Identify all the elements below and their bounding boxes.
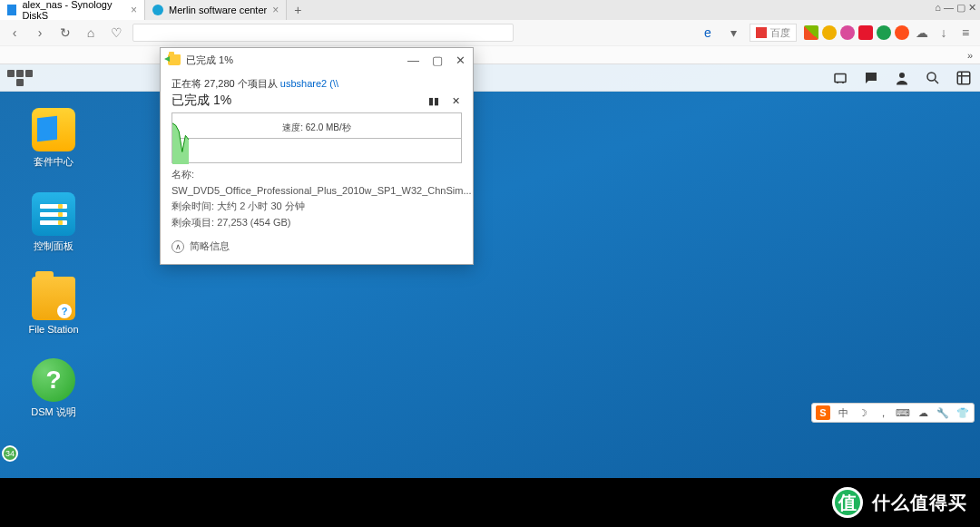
dialog-body: 正在将 27,280 个项目从 usbshare2 (\\ 已完成 1% ▮▮ … (161, 72, 473, 264)
dialog-titlebar[interactable]: 已完成 1% — ▢ ✕ (161, 48, 473, 72)
name-value: SW_DVD5_Office_Professional_Plus_2010w_S… (172, 185, 472, 196)
new-tab-button[interactable]: + (287, 3, 309, 17)
search-box[interactable]: 百度 (750, 24, 797, 42)
moon-icon[interactable]: ☽ (856, 405, 870, 420)
search-placeholder: 百度 (770, 26, 790, 40)
browser-toolbar: ‹ › ↻ ⌂ ♡ e ▾ 百度 ☁ ↓ ≡ (0, 20, 980, 45)
ie-icon[interactable]: e (699, 24, 717, 42)
skin-icon[interactable]: 👕 (956, 405, 970, 420)
baidu-icon (756, 27, 767, 38)
icon-label: DSM 说明 (31, 405, 76, 419)
address-bar[interactable] (132, 24, 514, 42)
copy-source-link[interactable]: usbshare2 (\\ (280, 78, 338, 89)
notification-badge[interactable]: 34 (2, 445, 18, 462)
question-icon: ? (32, 358, 75, 402)
svg-point-1 (899, 73, 905, 78)
svg-point-2 (927, 73, 936, 81)
dsm-taskbar (0, 64, 980, 92)
items-label: 剩余项目: (172, 217, 217, 228)
tab-label: alex_nas - Synology DiskS (22, 0, 125, 21)
ime-toolbar[interactable]: S 中 ☽ ， ⌨ ☁ 🔧 👕 (811, 403, 975, 423)
name-label: 名称: (172, 169, 194, 180)
search-icon[interactable] (924, 69, 942, 87)
favicon-dsm-icon (7, 5, 16, 15)
watermark-footer: 值 什么值得买 (0, 478, 980, 527)
sogou-icon[interactable]: S (816, 405, 830, 420)
ext3-icon[interactable] (895, 25, 909, 40)
brief-label: 简略信息 (190, 239, 230, 253)
maximize-button[interactable]: ▢ (432, 54, 443, 67)
svg-rect-3 (957, 72, 970, 84)
copy-meta: 名称: SW_DVD5_Office_Professional_Plus_201… (172, 167, 462, 230)
sliders-icon (32, 192, 75, 236)
time-label: 剩余时间: (172, 200, 217, 211)
ext-icon[interactable] (840, 25, 855, 40)
home-button[interactable]: ⌂ (82, 24, 100, 42)
smzdm-logo-icon: 值 (832, 487, 863, 518)
extension-tray: ☁ ↓ ≡ (804, 24, 975, 42)
close-icon[interactable]: × (131, 4, 137, 16)
shield-icon[interactable]: ♡ (107, 24, 125, 42)
folder-icon (32, 277, 75, 320)
file-station-icon[interactable]: File Station (20, 277, 87, 335)
chevron-up-icon: ∧ (172, 240, 184, 253)
browser-chrome: alex_nas - Synology DiskS × Merlin softw… (0, 0, 980, 64)
cloud-icon[interactable]: ☁ (913, 24, 931, 42)
reload-button[interactable]: ↻ (56, 24, 74, 42)
bookmark-bar: » (0, 45, 980, 63)
dsm-tray (831, 69, 973, 87)
icon-label: File Station (28, 324, 78, 335)
dsm-main-menu-button[interactable] (7, 67, 33, 89)
icon-label: 控制面板 (34, 239, 74, 253)
forward-button[interactable]: › (31, 24, 49, 42)
tab-synology[interactable]: alex_nas - Synology DiskS × (0, 0, 145, 20)
progress-percent: 已完成 1% (172, 93, 231, 109)
keyboard-icon[interactable]: ⌨ (896, 405, 910, 420)
user-icon[interactable] (893, 69, 911, 87)
cancel-button[interactable]: ✕ (449, 94, 462, 107)
control-panel-icon[interactable]: 控制面板 (20, 192, 87, 253)
tab-merlin[interactable]: Merlin software center × (145, 0, 287, 20)
svg-rect-0 (835, 73, 846, 82)
back-button[interactable]: ‹ (5, 24, 24, 42)
widget-icon[interactable] (955, 69, 973, 87)
bookmark-overflow[interactable]: » (967, 50, 973, 61)
weibo-icon[interactable] (858, 25, 873, 40)
tab-label: Merlin software center (169, 5, 267, 15)
package-center-icon[interactable]: 套件中心 (20, 108, 87, 169)
external-device-icon[interactable] (831, 69, 849, 87)
favicon-merlin-icon (152, 5, 163, 15)
ext2-icon[interactable] (877, 25, 891, 40)
menu-icon[interactable]: ≡ (956, 24, 975, 42)
folder-transfer-icon (168, 54, 181, 65)
watermark-text: 什么值得买 (872, 491, 967, 515)
settings-icon[interactable]: 🔧 (936, 405, 950, 420)
download-icon[interactable]: ↓ (935, 24, 953, 42)
window-controls[interactable]: ⌂ — ▢ ✕ (935, 2, 976, 14)
items-value: 27,253 (454 GB) (217, 217, 290, 228)
close-button[interactable]: ✕ (456, 54, 466, 67)
coin-icon[interactable] (822, 25, 837, 40)
pause-button[interactable]: ▮▮ (427, 94, 440, 107)
cloud-icon[interactable]: ☁ (916, 405, 930, 420)
file-copy-dialog: 已完成 1% — ▢ ✕ 正在将 27,280 个项目从 usbshare2 (… (160, 47, 474, 265)
ms-icon[interactable] (804, 25, 818, 40)
dsm-help-icon[interactable]: ? DSM 说明 (20, 358, 87, 419)
copy-source-line: 正在将 27,280 个项目从 usbshare2 (\\ (172, 77, 462, 91)
icon-label: 套件中心 (34, 155, 74, 169)
close-icon[interactable]: × (272, 4, 279, 16)
speed-label: 速度: 62.0 MB/秒 (280, 122, 353, 134)
ime-lang[interactable]: 中 (836, 405, 850, 420)
brief-info-toggle[interactable]: ∧ 简略信息 (172, 239, 462, 253)
tab-strip: alex_nas - Synology DiskS × Merlin softw… (0, 0, 980, 20)
dropdown-icon[interactable]: ▾ (724, 24, 742, 42)
time-value: 大约 2 小时 30 分钟 (217, 200, 305, 211)
copy-prefix: 正在将 27,280 个项目从 (172, 78, 280, 89)
chat-icon[interactable] (862, 69, 880, 87)
dsm-desktop: 套件中心 控制面板 File Station ? DSM 说明 34 S 中 ☽… (0, 64, 980, 479)
speed-chart: 速度: 62.0 MB/秒 (172, 112, 462, 163)
dialog-title: 已完成 1% (186, 54, 233, 67)
punct-icon[interactable]: ， (876, 405, 890, 420)
minimize-button[interactable]: — (407, 54, 419, 67)
desktop-icon-grid: 套件中心 控制面板 File Station ? DSM 说明 (20, 108, 87, 419)
